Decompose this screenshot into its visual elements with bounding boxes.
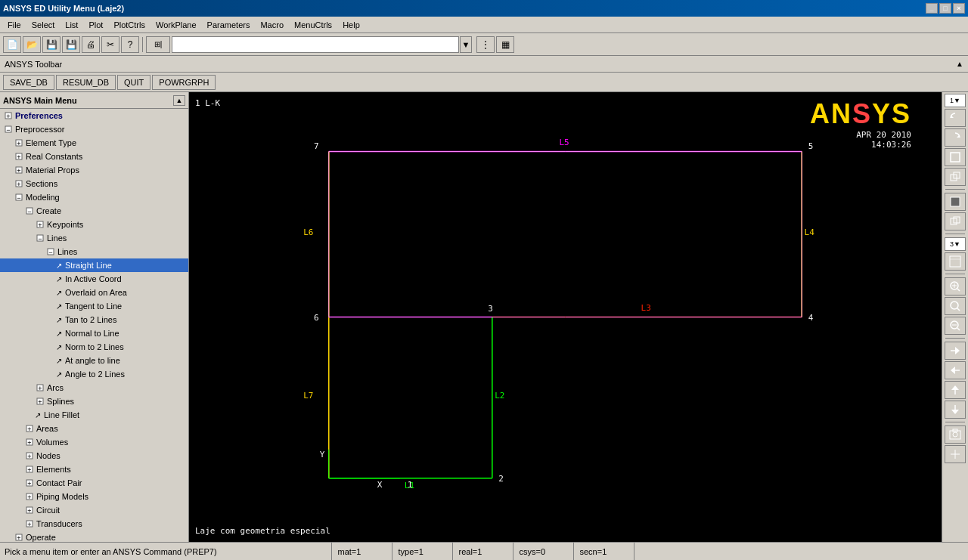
tree-nodes[interactable]: + Nodes	[0, 449, 188, 463]
contact-pair-expand[interactable]: +	[24, 478, 35, 488]
rt-pan-up[interactable]	[945, 381, 966, 399]
quit-button[interactable]: QUIT	[117, 75, 150, 90]
element-type-expand[interactable]: +	[14, 138, 24, 148]
tree-in-active-coord[interactable]: ↗ In Active Coord	[0, 272, 188, 286]
tree-contact-pair[interactable]: + Contact Pair	[0, 476, 188, 490]
tree-sections[interactable]: + Sections	[0, 177, 188, 190]
menu-file[interactable]: File	[3, 19, 26, 31]
tree-overlaid-on-area[interactable]: ↗ Overlaid on Area	[0, 286, 188, 299]
toolbar-open[interactable]: 📂	[23, 36, 41, 53]
menu-plotctrls[interactable]: PlotCtrls	[109, 19, 150, 31]
tree-create[interactable]: − Create	[0, 204, 188, 218]
tree-scroll[interactable]: + Preferences − Preprocessor + Element T…	[0, 109, 188, 542]
toolbar-dropdown[interactable]	[172, 36, 459, 53]
tree-lines-group[interactable]: − Lines	[0, 231, 188, 245]
tree-elements[interactable]: + Elements	[0, 463, 188, 476]
menu-workplane[interactable]: WorkPlane	[151, 19, 201, 31]
menu-plot[interactable]: Plot	[84, 19, 107, 31]
tree-modeling[interactable]: − Modeling	[0, 190, 188, 204]
minimize-button[interactable]: _	[926, 3, 938, 14]
rt-pan-down[interactable]	[945, 401, 966, 419]
toolbar-new[interactable]: 📄	[3, 36, 21, 53]
rt-rotate-left[interactable]	[945, 109, 966, 127]
rt-dropdown-1[interactable]: 1▼	[945, 94, 966, 107]
toolbar-dropdown-arrow[interactable]: ▼	[460, 36, 472, 53]
panel-collapse-button[interactable]: ▲	[173, 95, 185, 106]
tree-angle-to-2-lines[interactable]: ↗ Angle to 2 Lines	[0, 367, 188, 381]
menu-list[interactable]: List	[60, 19, 82, 31]
preferences-expand[interactable]: +	[3, 110, 14, 121]
tree-piping-models[interactable]: + Piping Models	[0, 490, 188, 503]
tree-circuit[interactable]: + Circuit	[0, 503, 188, 517]
tree-preferences[interactable]: + Preferences	[0, 109, 188, 122]
arcs-expand[interactable]: +	[35, 382, 45, 393]
rt-pan-right[interactable]	[945, 342, 966, 360]
piping-expand[interactable]: +	[24, 491, 35, 502]
rt-zoom-out[interactable]	[945, 317, 966, 335]
rt-view-square[interactable]	[945, 148, 966, 166]
material-props-expand[interactable]: +	[14, 165, 24, 175]
tree-real-constants[interactable]: + Real Constants	[0, 150, 188, 163]
rt-pan-left[interactable]	[945, 361, 966, 379]
lines-sub-expand[interactable]: −	[45, 246, 56, 257]
tree-areas[interactable]: + Areas	[0, 422, 188, 435]
toolbar-print[interactable]: 🖨	[82, 36, 100, 53]
toolbar-entity[interactable]: ⊞|	[146, 36, 170, 53]
tree-line-fillet[interactable]: ↗ Line Fillet	[0, 408, 188, 422]
volumes-expand[interactable]: +	[24, 437, 35, 447]
rt-zoom-in[interactable]	[945, 277, 966, 295]
circuit-expand[interactable]: +	[24, 505, 35, 515]
areas-expand[interactable]: +	[24, 423, 35, 434]
rt-zoom-fit[interactable]	[945, 297, 966, 315]
title-bar-controls[interactable]: _ □ ×	[926, 3, 965, 14]
viewport[interactable]: 1 L-K ANSYS APR 20 2010 14:03:26 Laje co…	[189, 92, 942, 542]
rt-view-wire[interactable]	[945, 212, 966, 230]
toolbar-save[interactable]: 💾	[42, 36, 60, 53]
create-expand[interactable]: −	[24, 206, 35, 216]
tree-normal-to-line[interactable]: ↗ Normal to Line	[0, 326, 188, 340]
powrgrph-button[interactable]: POWRGRPH	[152, 75, 216, 90]
toolbar-btn1[interactable]: ⋮	[476, 36, 495, 53]
toolbar-save-as[interactable]: 💾	[62, 36, 80, 53]
tree-straight-line[interactable]: ↗ Straight Line	[0, 258, 188, 272]
toolbar-cut[interactable]: ✂	[101, 36, 119, 53]
elements-expand[interactable]: +	[24, 464, 35, 475]
tree-arcs[interactable]: + Arcs	[0, 381, 188, 394]
save-db-button[interactable]: SAVE_DB	[3, 75, 54, 90]
splines-expand[interactable]: +	[35, 396, 45, 407]
tree-preprocessor[interactable]: − Preprocessor	[0, 122, 188, 136]
tree-keypoints[interactable]: + Keypoints	[0, 218, 188, 231]
close-button[interactable]: ×	[953, 3, 965, 14]
rt-view-iso[interactable]	[945, 168, 966, 186]
tree-splines[interactable]: + Splines	[0, 394, 188, 408]
keypoints-expand[interactable]: +	[35, 219, 45, 230]
toolbar-strip-arrow[interactable]: ▲	[956, 60, 963, 68]
toolbar-btn2[interactable]: ▦	[496, 36, 514, 53]
operate-expand[interactable]: +	[14, 532, 24, 542]
menu-help[interactable]: Help	[338, 19, 365, 31]
tree-tangent-to-line[interactable]: ↗ Tangent to Line	[0, 299, 188, 313]
tree-volumes[interactable]: + Volumes	[0, 435, 188, 449]
rt-rotate-right[interactable]	[945, 128, 966, 147]
toolbar-help[interactable]: ?	[121, 36, 139, 53]
modeling-expand[interactable]: −	[14, 192, 24, 203]
rt-capture[interactable]	[945, 425, 966, 444]
rt-more[interactable]	[945, 445, 966, 463]
tree-transducers[interactable]: + Transducers	[0, 517, 188, 531]
rt-dropdown-3[interactable]: 3▼	[945, 237, 966, 251]
nodes-expand[interactable]: +	[24, 450, 35, 461]
sections-expand[interactable]: +	[14, 178, 24, 189]
maximize-button[interactable]: □	[939, 3, 951, 14]
rt-view3d[interactable]	[945, 252, 966, 271]
menu-select[interactable]: Select	[27, 19, 60, 31]
tree-operate[interactable]: + Operate	[0, 531, 188, 542]
menu-parameters[interactable]: Parameters	[203, 19, 255, 31]
transducers-expand[interactable]: +	[24, 518, 35, 529]
lines-group-expand[interactable]: −	[35, 233, 45, 243]
tree-at-angle-to-line[interactable]: ↗ At angle to line	[0, 354, 188, 367]
tree-material-props[interactable]: + Material Props	[0, 163, 188, 177]
real-constants-expand[interactable]: +	[14, 151, 24, 162]
rt-view-solid[interactable]	[945, 193, 966, 211]
resum-db-button[interactable]: RESUM_DB	[56, 75, 116, 90]
tree-norm-to-2-lines[interactable]: ↗ Norm to 2 Lines	[0, 340, 188, 354]
